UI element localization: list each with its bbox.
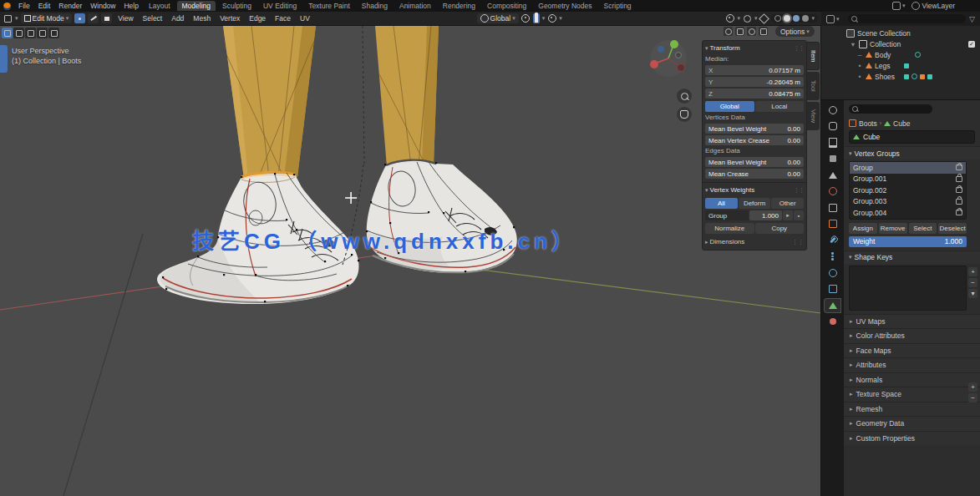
properties-tab-render[interactable] <box>825 119 840 133</box>
lock-icon[interactable] <box>956 176 962 182</box>
viewport-canvas[interactable] <box>0 26 821 496</box>
wireframe-shading-button[interactable] <box>774 15 781 22</box>
panel-uv-maps[interactable]: ▸ UV Maps <box>844 314 980 329</box>
blender-logo-icon[interactable] <box>3 3 11 10</box>
rotate-gizmo-icon[interactable] <box>747 27 756 36</box>
menu-render[interactable]: Render <box>54 2 86 10</box>
weight-slider[interactable]: Weight 1.000 <box>849 236 967 247</box>
menu-add[interactable]: Add <box>168 14 187 23</box>
menu-help[interactable]: Help <box>119 2 142 10</box>
dimensions-panel-header[interactable]: ▸ Dimensions ⋮⋮ <box>705 236 804 247</box>
xray-toggle[interactable] <box>759 14 769 23</box>
panel-normals[interactable]: ▸ Normals <box>844 372 980 387</box>
expand-arrow-icon[interactable]: ▾ <box>850 40 856 48</box>
mesh-data-icon[interactable] <box>904 63 909 68</box>
proportional-editing-toggle[interactable] <box>547 14 556 23</box>
weight-group-value[interactable]: 1.000 <box>749 210 782 220</box>
menu-select[interactable]: Select <box>140 14 166 23</box>
global-space-button[interactable]: Global <box>705 101 754 112</box>
scale-gizmo-icon[interactable] <box>759 27 768 36</box>
panel-attributes[interactable]: ▸ Attributes <box>844 357 980 372</box>
active-tool-button[interactable] <box>2 28 13 38</box>
data-icon[interactable] <box>927 74 932 79</box>
copy-button[interactable]: Copy <box>755 223 805 234</box>
vertex-group-row[interactable]: Group.003 <box>850 196 966 208</box>
workspace-tab-uv-editing[interactable]: UV Editing <box>258 1 302 11</box>
menu-vertex[interactable]: Vertex <box>216 14 243 23</box>
lock-icon[interactable] <box>956 164 962 170</box>
mean-bevel-weight-slider[interactable]: Mean Bevel Weight 0.00 <box>705 124 804 134</box>
properties-tab-output[interactable] <box>825 136 840 149</box>
properties-tab-physics[interactable] <box>825 266 840 280</box>
shading-dropdown[interactable]: ▾ <box>811 15 815 22</box>
panel-custom-properties[interactable]: ▸ Custom Properties <box>844 431 980 446</box>
workspace-tab-shading[interactable]: Shading <box>357 1 393 11</box>
mean-crease-slider[interactable]: Mean Crease 0.00 <box>705 169 804 179</box>
editor-divider-vertical[interactable] <box>820 0 821 496</box>
edge-mean-bevel-weight-slider[interactable]: Mean Bevel Weight 0.00 <box>705 157 804 167</box>
properties-tab-tool[interactable] <box>825 104 840 117</box>
zoom-view-button[interactable] <box>677 89 692 104</box>
right-shoe-mesh[interactable] <box>366 160 517 273</box>
mesh-data-icon[interactable] <box>911 73 917 79</box>
local-space-button[interactable]: Local <box>755 101 805 112</box>
viewport-options-button[interactable]: Options ▾ <box>775 26 815 37</box>
vertex-weights-panel-header[interactable]: ▾ Vertex Weights ⋮⋮ <box>705 185 804 195</box>
tool-option-3[interactable] <box>37 28 48 38</box>
shape-keys-list[interactable] <box>849 266 967 311</box>
rendered-shading-button[interactable] <box>802 15 809 22</box>
drag-handle-icon[interactable]: ⋮⋮ <box>792 239 804 245</box>
menu-uv[interactable]: UV <box>297 14 313 23</box>
remove-button[interactable]: Remove <box>879 223 907 234</box>
workspace-tab-compositing[interactable]: Compositing <box>482 1 531 11</box>
properties-search-input[interactable] <box>849 104 932 114</box>
menu-face[interactable]: Face <box>272 14 294 23</box>
lock-icon[interactable] <box>956 210 962 215</box>
edge-select-button[interactable] <box>88 13 99 23</box>
view-layer-selector[interactable]: ViewLayer <box>911 2 955 10</box>
left-leg-mesh[interactable] <box>223 26 316 179</box>
remove-shape-key-button[interactable]: − <box>968 393 977 402</box>
modifier-icon[interactable] <box>904 74 909 79</box>
datablock-name-field[interactable]: Cube <box>849 130 975 144</box>
properties-tab-world[interactable] <box>825 185 840 198</box>
right-leg-mesh[interactable] <box>375 26 439 167</box>
add-shape-key-button[interactable]: + <box>968 382 977 392</box>
filter-icon[interactable]: ▽ <box>969 15 975 23</box>
add-vertex-group-button[interactable]: + <box>968 267 977 276</box>
vertex-groups-panel-header[interactable]: ▾ Vertex Groups <box>844 147 980 159</box>
navigation-gizmo[interactable] <box>648 38 688 78</box>
median-z-field[interactable]: Z 0.08475 m <box>705 89 804 99</box>
subset-deform-button[interactable]: Deform <box>739 198 771 209</box>
face-select-button[interactable] <box>101 13 112 23</box>
paste-weight-button[interactable]: ▸ <box>783 210 793 220</box>
sidebar-tab-item[interactable]: Item <box>807 42 820 70</box>
sidebar-tab-tool[interactable]: Tool <box>807 72 820 100</box>
panel-remesh[interactable]: ▸ Remesh <box>844 402 980 417</box>
outliner-row-body[interactable]: ‒ Body <box>821 49 980 60</box>
deselect-button[interactable]: Deselect <box>938 223 967 234</box>
outliner-row-legs[interactable]: • Legs <box>821 60 980 71</box>
median-x-field[interactable]: X 0.07157 m <box>705 65 804 75</box>
solid-shading-button[interactable] <box>784 15 790 22</box>
gizmo-dropdown[interactable]: ▾ <box>737 15 740 22</box>
outliner-row-collection[interactable]: ▾ Collection ✓ <box>821 38 980 49</box>
editor-divider-horizontal[interactable] <box>821 99 980 100</box>
vertex-select-button[interactable] <box>74 13 85 23</box>
toolbar-active-tool[interactable] <box>0 45 8 73</box>
assign-button[interactable]: Assign <box>849 223 877 234</box>
menu-edge[interactable]: Edge <box>246 14 269 23</box>
normalize-button[interactable]: Normalize <box>705 223 754 234</box>
breadcrumb-object[interactable]: Boots <box>859 119 877 128</box>
move-view-button[interactable] <box>677 107 692 122</box>
workspace-tab-layout[interactable]: Layout <box>144 1 175 11</box>
vertex-group-row[interactable]: Group <box>850 162 966 174</box>
snap-settings-dropdown[interactable]: ▾ <box>542 15 546 22</box>
remove-vertex-group-button[interactable]: − <box>968 278 977 287</box>
lock-icon[interactable] <box>956 199 962 205</box>
proportional-dropdown[interactable]: ▾ <box>559 15 562 22</box>
weight-group-name[interactable]: Group <box>705 210 749 220</box>
show-gizmo-toggle[interactable] <box>725 14 734 23</box>
outliner-editor-type[interactable]: ▾ <box>826 15 840 23</box>
transform-orientation-dropdown[interactable]: Global ▾ <box>477 13 519 23</box>
